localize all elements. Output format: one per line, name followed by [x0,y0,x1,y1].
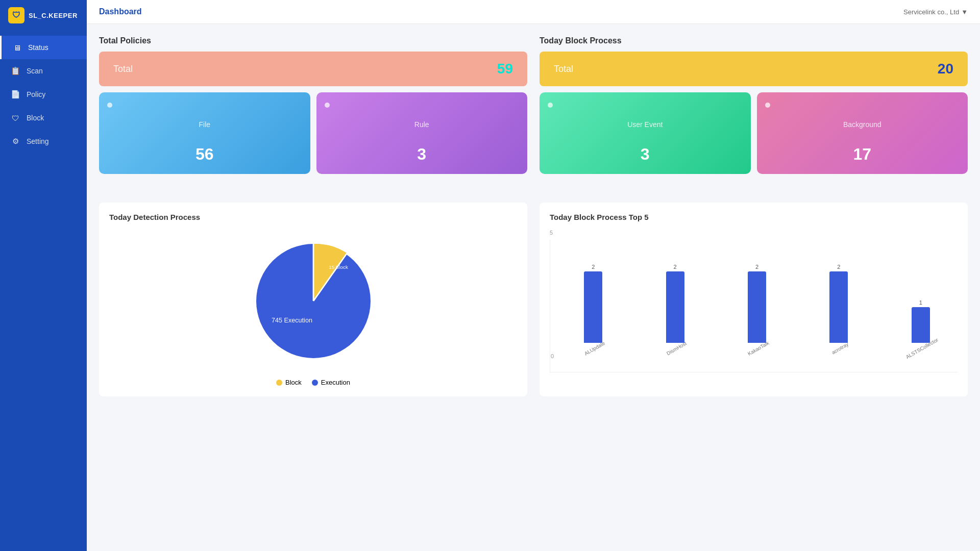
pie-chart: 745 Execution 15 Block [242,230,385,372]
policies-cards: File 56 Rule 3 [99,92,527,174]
legend-execution: Execution [312,379,350,386]
user-event-label: User Event [548,120,743,129]
card-dot [107,103,112,108]
y-max-label: 5 [550,230,958,236]
card-dot [325,103,330,108]
sidebar-item-scan[interactable]: 📋 Scan [0,59,87,83]
execution-label: 745 Execution [272,317,312,324]
scan-icon: 📋 [10,66,20,76]
sidebar-label-setting: Setting [27,137,49,145]
bar-chart-container: Today Block Process Top 5 5 2 ALUpdate 2 [540,203,968,396]
bar-chart-area: 2 ALUpdate 2 DismHost 2 [550,240,958,372]
page-title: Dashboard [99,7,142,16]
user-event-card: User Event 3 [540,92,751,174]
policy-icon: 📄 [10,89,20,99]
block-icon: 🛡 [10,113,20,123]
legend-block: Block [276,379,302,386]
sidebar-item-block[interactable]: 🛡 Block [0,106,87,130]
dropdown-icon: ▼ [961,8,968,16]
bar-val-1: 2 [592,264,595,270]
today-block-title: Today Block Process [540,36,968,45]
bar-val-2: 2 [674,264,677,270]
bar-rect-4 [829,271,848,343]
charts-row: Today Detection Process 745 Execution 1 [99,203,968,396]
bar-rect-3 [748,271,766,343]
bar-chart-inner: 2 ALUpdate 2 DismHost 2 [550,240,958,372]
total-policies-section: Total Policies Total 59 File 56 Rule 3 [99,36,527,174]
bar-rect-5 [912,307,930,343]
block-total-value: 20 [938,61,953,77]
rule-card: Rule 3 [316,92,528,174]
bar-chart-title: Today Block Process Top 5 [550,213,958,221]
file-label: File [107,120,302,129]
bar-rect-2 [666,271,684,343]
detection-chart-title: Today Detection Process [109,213,517,221]
execution-legend-dot [312,380,318,386]
block-legend-label: Block [285,379,302,386]
sidebar-logo: 🛡 SL_C.KEEPER [0,0,87,31]
pie-legend: Block Execution [276,379,350,386]
content-area: Total Policies Total 59 File 56 Rule 3 [87,24,980,551]
background-value: 17 [765,145,960,164]
sidebar-label-block: Block [27,114,44,122]
logo-icon: 🛡 [8,7,24,23]
file-value: 56 [107,145,302,164]
block-pie-label: 15 Block [329,264,348,270]
sidebar-nav: 🖥 Status 📋 Scan 📄 Policy 🛡 Block ⚙ Setti… [0,36,87,153]
today-block-banner: Total 20 [540,52,968,86]
bar-val-3: 2 [755,264,758,270]
execution-legend-label: Execution [321,379,350,386]
block-total-label: Total [554,64,573,74]
sidebar-label-status: Status [28,43,48,52]
total-policies-title: Total Policies [99,36,527,45]
bar-label-4: acrotray [831,341,850,356]
rule-label: Rule [325,120,520,129]
pie-wrapper: 745 Execution 15 Block Block Execution [109,230,517,386]
bar-alupdate: 2 ALUpdate [556,240,630,352]
main-area: Dashboard Servicelink co., Ltd ▼ Total P… [87,0,980,551]
rule-value: 3 [325,145,520,164]
bar-val-4: 2 [837,264,840,270]
card-dot [548,103,553,108]
status-icon: 🖥 [12,42,22,53]
user-label: Servicelink co., Ltd [903,8,959,16]
bar-rect-1 [584,271,602,343]
top-sections: Total Policies Total 59 File 56 Rule 3 [99,36,968,188]
background-card: Background 17 [757,92,968,174]
sidebar-label-policy: Policy [27,90,45,98]
bar-alstscollector: 1 ALSTSCollector [884,240,958,352]
sidebar-item-policy[interactable]: 📄 Policy [0,83,87,106]
bar-kakaotalk: 2 KakaoTalk [720,240,794,352]
bar-dismhost: 2 DismHost [638,240,712,352]
policies-total-value: 59 [497,61,513,77]
y-zero-label: 0 [551,353,554,359]
block-cards: User Event 3 Background 17 [540,92,968,174]
block-legend-dot [276,380,282,386]
file-card: File 56 [99,92,310,174]
today-block-section: Today Block Process Total 20 User Event … [540,36,968,174]
sidebar-label-scan: Scan [27,67,43,75]
detection-chart-container: Today Detection Process 745 Execution 1 [99,203,527,396]
sidebar-item-setting[interactable]: ⚙ Setting [0,130,87,153]
setting-icon: ⚙ [10,136,20,146]
user-event-value: 3 [548,145,743,164]
user-menu[interactable]: Servicelink co., Ltd ▼ [903,8,968,16]
bar-acrotray: 2 acrotray [802,240,875,352]
sidebar: 🛡 SL_C.KEEPER 🖥 Status 📋 Scan 📄 Policy 🛡… [0,0,87,551]
policies-total-label: Total [113,64,133,74]
total-policies-banner: Total 59 [99,52,527,86]
sidebar-item-status[interactable]: 🖥 Status [0,36,87,59]
card-dot [765,103,770,108]
bar-val-5: 1 [919,299,922,306]
header: Dashboard Servicelink co., Ltd ▼ [87,0,980,24]
app-name: SL_C.KEEPER [29,12,78,19]
background-label: Background [765,120,960,129]
